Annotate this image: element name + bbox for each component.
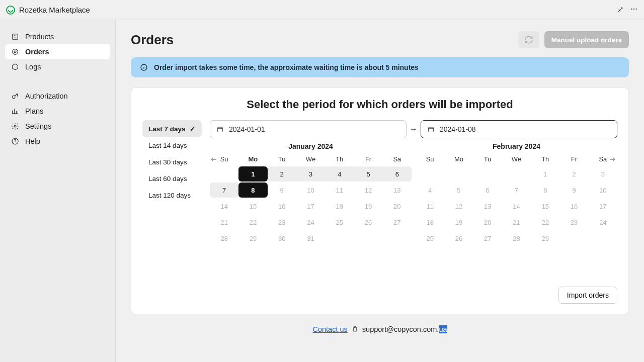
calendar-day[interactable]: 3 [589, 166, 617, 182]
sidebar-item-logs[interactable]: Logs [5, 59, 110, 74]
preset-last-60[interactable]: Last 60 days [142, 170, 202, 187]
calendar-left[interactable]: SuMoTuWeThFrSa12345678910111213141516171… [210, 152, 412, 246]
next-month-button[interactable] [608, 155, 617, 164]
calendar-day[interactable]: 18 [416, 214, 444, 230]
calendar-day[interactable]: 5 [444, 182, 473, 198]
sidebar-item-label: Products [25, 33, 54, 41]
footer: Contact us support@copycon.com.ua [131, 325, 629, 334]
refresh-icon [524, 35, 533, 44]
calendar-day[interactable]: 20 [383, 198, 412, 214]
calendar-day[interactable]: 26 [444, 230, 473, 246]
calendar-day[interactable]: 8 [238, 182, 267, 198]
sidebar-item-label: Plans [25, 107, 43, 115]
date-from-value: 2024-01-01 [229, 125, 265, 133]
calendar-day[interactable]: 6 [473, 182, 502, 198]
orders-icon [11, 48, 19, 56]
calendar-day[interactable]: 14 [210, 198, 238, 214]
calendar-day[interactable]: 17 [589, 198, 617, 214]
preset-last-14[interactable]: Last 14 days [142, 137, 202, 154]
calendar-day[interactable]: 2 [268, 166, 296, 182]
chevron-right-icon [608, 155, 616, 163]
calendar-day[interactable]: 22 [531, 214, 559, 230]
calendar-day[interactable]: 25 [416, 230, 444, 246]
calendar-day[interactable]: 28 [210, 230, 238, 246]
contact-link[interactable]: Contact us [312, 325, 347, 333]
calendar-day[interactable]: 7 [502, 182, 531, 198]
calendar-day[interactable]: 29 [238, 230, 267, 246]
calendar-day[interactable]: 11 [416, 198, 444, 214]
calendar-day[interactable]: 15 [531, 198, 559, 214]
calendar-day[interactable]: 12 [444, 198, 473, 214]
calendar-day[interactable]: 11 [325, 182, 354, 198]
calendar-day[interactable]: 18 [325, 198, 354, 214]
calendar-day[interactable]: 20 [473, 214, 502, 230]
calendar-day[interactable]: 16 [268, 198, 296, 214]
calendar-day[interactable]: 9 [268, 182, 296, 198]
calendar-day[interactable]: 28 [502, 230, 531, 246]
calendar-day[interactable]: 21 [502, 214, 531, 230]
calendar-day[interactable]: 21 [210, 214, 238, 230]
date-to-input[interactable]: 2024-01-08 [421, 120, 617, 138]
preset-last-30[interactable]: Last 30 days [142, 154, 202, 170]
info-banner: Order import takes some time, the approx… [131, 57, 629, 77]
more-icon[interactable] [630, 5, 638, 15]
calendar-day[interactable]: 1 [531, 166, 559, 182]
calendar-day[interactable]: 19 [354, 198, 382, 214]
svg-point-2 [635, 8, 636, 9]
calendar-day[interactable]: 2 [559, 166, 588, 182]
info-icon [140, 63, 148, 71]
calendar-day[interactable]: 29 [531, 230, 559, 246]
calendar-right[interactable]: SuMoTuWeThFrSa12345678910111213141516171… [416, 152, 617, 246]
calendar-day[interactable]: 23 [268, 214, 296, 230]
calendar-day[interactable]: 6 [383, 166, 412, 182]
calendar-day[interactable]: 24 [589, 214, 617, 230]
calendar-day[interactable]: 31 [296, 230, 325, 246]
pin-icon[interactable] [616, 5, 624, 15]
calendar-day[interactable]: 25 [325, 214, 354, 230]
calendar-day[interactable]: 5 [354, 166, 382, 182]
preset-last-7[interactable]: Last 7 days [142, 120, 202, 137]
calendar-day[interactable]: 30 [268, 230, 296, 246]
calendar-day[interactable]: 23 [559, 214, 588, 230]
plans-icon [11, 107, 19, 115]
sidebar-item-plans[interactable]: Plans [5, 104, 110, 119]
calendar-day[interactable]: 7 [210, 182, 238, 198]
calendar-day[interactable]: 16 [559, 198, 588, 214]
calendar-day[interactable]: 8 [531, 182, 559, 198]
manual-upload-button[interactable]: Manual upload orders [544, 31, 629, 48]
sidebar-item-settings[interactable]: Settings [5, 119, 110, 134]
preset-last-120[interactable]: Last 120 days [142, 187, 202, 204]
chevron-left-icon [210, 155, 218, 163]
sidebar-item-label: Help [25, 137, 40, 145]
calendar-day[interactable]: 22 [238, 214, 267, 230]
calendar-day[interactable]: 1 [238, 166, 267, 182]
calendar-day[interactable]: 15 [238, 198, 267, 214]
calendar-day[interactable]: 13 [383, 182, 412, 198]
calendar-day[interactable]: 10 [296, 182, 325, 198]
clipboard-icon [352, 326, 358, 334]
sidebar-item-orders[interactable]: Orders [5, 44, 110, 59]
banner-text: Order import takes some time, the approx… [154, 63, 419, 71]
calendar-day[interactable]: 17 [296, 198, 325, 214]
sidebar-item-products[interactable]: Products [5, 29, 110, 44]
date-from-input[interactable]: 2024-01-01 [210, 120, 407, 138]
import-orders-button[interactable]: Import orders [558, 287, 617, 304]
calendar-day[interactable]: 12 [354, 182, 382, 198]
calendar-day[interactable]: 4 [325, 166, 354, 182]
sidebar-item-help[interactable]: Help [5, 134, 110, 149]
calendar-day[interactable]: 27 [473, 230, 502, 246]
calendar-day[interactable]: 3 [296, 166, 325, 182]
refresh-button[interactable] [518, 31, 539, 48]
calendar-day[interactable]: 14 [502, 198, 531, 214]
calendar-day[interactable]: 27 [383, 214, 412, 230]
prev-month-button[interactable] [210, 155, 219, 164]
sidebar-item-authorization[interactable]: Authorization [5, 88, 110, 104]
calendar-day[interactable]: 9 [559, 182, 588, 198]
svg-point-5 [14, 51, 16, 53]
calendar-day[interactable]: 4 [416, 182, 444, 198]
calendar-day[interactable]: 10 [589, 182, 617, 198]
calendar-day[interactable]: 19 [444, 214, 473, 230]
calendar-day[interactable]: 24 [296, 214, 325, 230]
calendar-day[interactable]: 26 [354, 214, 382, 230]
calendar-day[interactable]: 13 [473, 198, 502, 214]
